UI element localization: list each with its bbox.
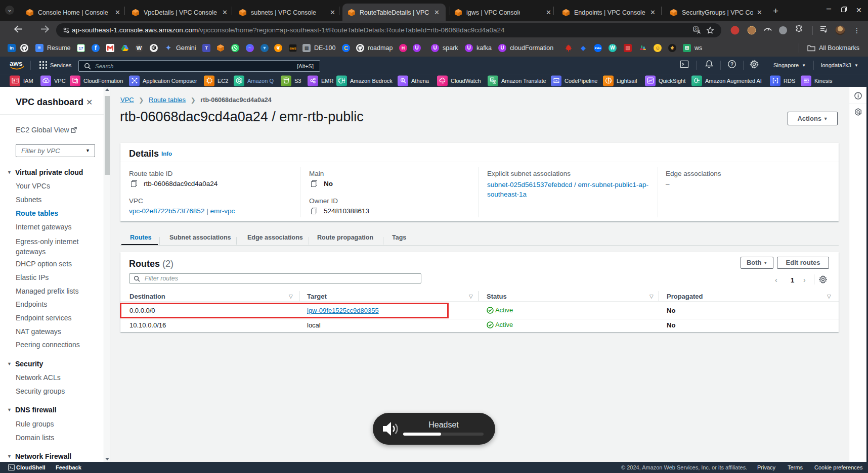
svg-text:aws: aws bbox=[10, 60, 23, 67]
svg-text:文: 文 bbox=[493, 80, 496, 83]
svg-text:文: 文 bbox=[694, 27, 698, 31]
svg-text:?: ? bbox=[730, 62, 733, 67]
